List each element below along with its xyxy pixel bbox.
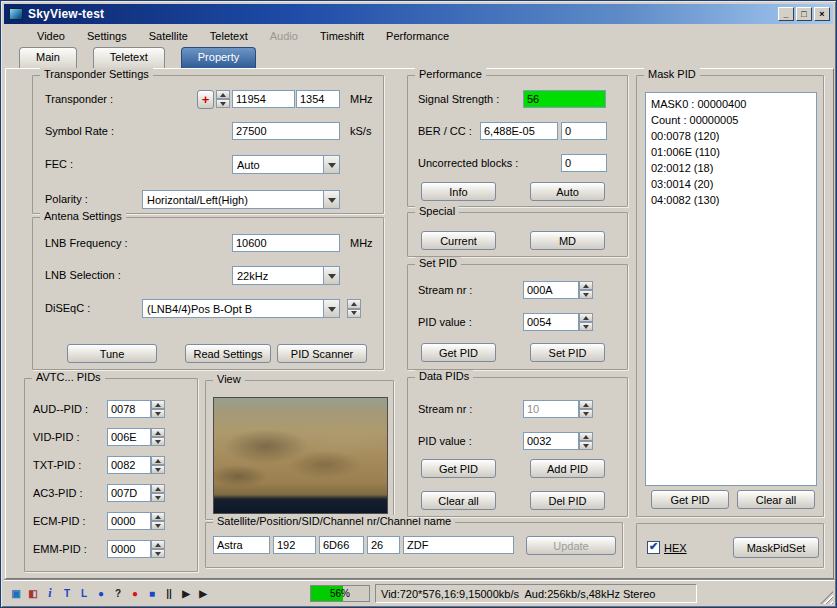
spin-down-button[interactable]: [579, 441, 593, 450]
mask-pid-set-button[interactable]: MaskPidSet: [733, 537, 819, 558]
auto-button[interactable]: Auto: [530, 182, 605, 201]
data-pids-stream-input[interactable]: [523, 400, 579, 418]
spin-down-button[interactable]: [151, 409, 165, 418]
spin-down-button[interactable]: [579, 290, 593, 299]
tab-property[interactable]: Property: [181, 47, 257, 68]
dropdown-arrow-button[interactable]: [323, 191, 339, 208]
fec-combobox[interactable]: Auto: [232, 155, 340, 174]
data-pids-value-input[interactable]: [523, 432, 579, 450]
spin-up-button[interactable]: [151, 512, 165, 521]
pid-scanner-button[interactable]: PID Scanner: [277, 344, 367, 363]
info-icon[interactable]: i: [42, 585, 58, 601]
read-settings-button[interactable]: Read Settings: [185, 344, 271, 363]
video-window-icon[interactable]: ▣: [8, 585, 24, 601]
spin-down-button[interactable]: [151, 549, 165, 558]
spin-up-button[interactable]: [151, 428, 165, 437]
spin-up-button[interactable]: [151, 484, 165, 493]
mask-pid-listbox[interactable]: MASK0 : 00000400 Count : 00000005 00:007…: [645, 92, 817, 486]
mask-clear-all-button[interactable]: Clear all: [737, 490, 815, 509]
menu-teletext[interactable]: Teletext: [201, 28, 257, 44]
data-pids-get-button[interactable]: Get PID: [421, 459, 496, 478]
diseqc-combobox[interactable]: (LNB4/4)Pos B-Opt B: [142, 299, 340, 318]
dropdown-arrow-button[interactable]: [323, 300, 339, 317]
app-icon[interactable]: [9, 8, 23, 20]
aud-pid-input[interactable]: [107, 400, 151, 418]
emm-pid-input[interactable]: [107, 540, 151, 558]
satellite-input[interactable]: [213, 536, 270, 554]
menu-video[interactable]: Video: [28, 28, 74, 44]
add-pid-button[interactable]: Add PID: [530, 459, 605, 478]
set-pid-value-input[interactable]: [523, 313, 579, 331]
pause-icon[interactable]: ||: [161, 585, 177, 601]
spin-down-button[interactable]: [151, 465, 165, 474]
set-pid-stream-input[interactable]: [523, 281, 579, 299]
lnb-frequency-input[interactable]: [232, 234, 340, 252]
dropdown-arrow-button[interactable]: [323, 156, 339, 173]
sid-input[interactable]: [319, 536, 364, 554]
step-icon[interactable]: ▶: [195, 585, 211, 601]
spin-up-button[interactable]: [579, 432, 593, 441]
list-item[interactable]: 03:0014 (20): [651, 176, 811, 192]
transponder-frequency2-input[interactable]: [296, 90, 340, 108]
language-icon[interactable]: L: [76, 585, 92, 601]
polarity-combobox[interactable]: Horizontal/Left(High): [142, 190, 340, 209]
channel-name-input[interactable]: [403, 536, 514, 554]
spin-up-button[interactable]: [579, 281, 593, 290]
teletext-icon[interactable]: T: [59, 585, 75, 601]
play-icon[interactable]: ▶: [178, 585, 194, 601]
dropdown-arrow-button[interactable]: [323, 267, 339, 284]
help-icon[interactable]: ?: [110, 585, 126, 601]
spin-up-button[interactable]: [347, 299, 361, 309]
stop-icon[interactable]: ■: [144, 585, 160, 601]
audio-icon[interactable]: ●: [93, 585, 109, 601]
list-item[interactable]: MASK0 : 00000400: [651, 96, 811, 112]
symbol-rate-input[interactable]: [232, 122, 340, 140]
close-button[interactable]: ×: [814, 7, 830, 21]
position-input[interactable]: [273, 536, 316, 554]
set-pid-set-button[interactable]: Set PID: [530, 343, 605, 362]
list-item[interactable]: 02:0012 (18): [651, 160, 811, 176]
menu-satellite[interactable]: Satellite: [140, 28, 197, 44]
info-button[interactable]: Info: [421, 182, 496, 201]
channel-nr-input[interactable]: [367, 536, 400, 554]
tab-teletext[interactable]: Teletext: [93, 47, 165, 68]
spin-up-button[interactable]: [579, 313, 593, 322]
spin-down-button[interactable]: [579, 322, 593, 331]
resize-grip[interactable]: [820, 591, 833, 604]
list-item[interactable]: Count : 00000005: [651, 112, 811, 128]
lnb-selection-combobox[interactable]: 22kHz: [232, 266, 340, 285]
spin-up-button[interactable]: [216, 90, 230, 99]
snapshot-icon[interactable]: ◧: [25, 585, 41, 601]
tab-main[interactable]: Main: [19, 47, 77, 68]
tune-button[interactable]: Tune: [67, 344, 157, 363]
spin-down-button[interactable]: [579, 409, 593, 418]
del-pid-button[interactable]: Del PID: [530, 491, 605, 510]
record-icon[interactable]: ●: [127, 585, 143, 601]
set-pid-get-button[interactable]: Get PID: [421, 343, 496, 362]
ac3-pid-input[interactable]: [107, 484, 151, 502]
spin-up-button[interactable]: [151, 456, 165, 465]
list-item[interactable]: 04:0082 (130): [651, 192, 811, 208]
spin-up-button[interactable]: [151, 540, 165, 549]
spin-down-button[interactable]: [151, 521, 165, 530]
minimize-button[interactable]: _: [778, 7, 794, 21]
menu-audio[interactable]: Audio: [261, 28, 307, 44]
ecm-pid-input[interactable]: [107, 512, 151, 530]
transponder-frequency-input[interactable]: [232, 90, 295, 108]
spin-down-button[interactable]: [151, 437, 165, 446]
txt-pid-input[interactable]: [107, 456, 151, 474]
update-button[interactable]: Update: [526, 536, 616, 555]
current-button[interactable]: Current: [421, 231, 496, 250]
spin-up-button[interactable]: [151, 400, 165, 409]
spin-down-button[interactable]: [347, 309, 361, 319]
clear-all-button[interactable]: Clear all: [421, 491, 496, 510]
vid-pid-input[interactable]: [107, 428, 151, 446]
spin-down-button[interactable]: [151, 493, 165, 502]
menu-performance[interactable]: Performance: [377, 28, 458, 44]
spin-up-button[interactable]: [579, 400, 593, 409]
list-item[interactable]: 01:006E (110): [651, 144, 811, 160]
md-button[interactable]: MD: [530, 231, 605, 250]
menu-settings[interactable]: Settings: [78, 28, 136, 44]
hex-checkbox[interactable]: [647, 541, 660, 554]
maximize-button[interactable]: □: [796, 7, 812, 21]
